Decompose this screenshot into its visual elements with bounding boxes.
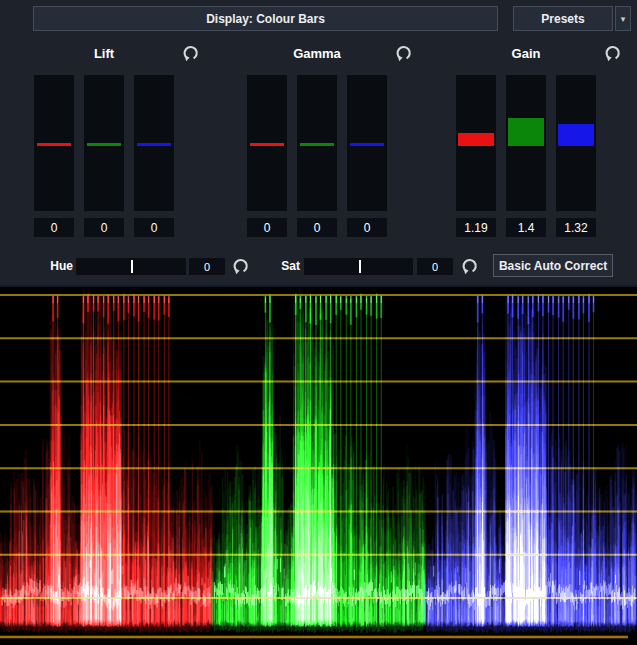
gain-title: Gain — [456, 46, 596, 62]
hue-label: Hue — [40, 259, 73, 273]
lift-red-handle[interactable] — [37, 143, 71, 146]
gain-red-value[interactable]: 1.19 — [456, 218, 496, 237]
gain-green-value[interactable]: 1.4 — [506, 218, 546, 237]
gamma-section: Gamma 0 0 0 — [247, 46, 387, 62]
gain-green-slider[interactable] — [506, 75, 546, 211]
gain-reset-button[interactable] — [604, 44, 622, 62]
gamma-reset-button[interactable] — [395, 44, 413, 62]
gain-green-handle[interactable] — [508, 118, 544, 146]
sat-slider[interactable] — [304, 258, 413, 275]
gain-red-handle[interactable] — [458, 133, 494, 146]
gain-blue-slider[interactable] — [556, 75, 596, 211]
presets-button[interactable]: Presets — [513, 6, 613, 31]
lift-reset-button[interactable] — [182, 44, 200, 62]
gain-section: Gain 1.19 1.4 1.32 — [456, 46, 596, 62]
gamma-title: Gamma — [247, 46, 387, 62]
gamma-red-slider[interactable] — [247, 75, 287, 211]
lift-green-value[interactable]: 0 — [84, 218, 124, 237]
hue-slider-handle[interactable] — [131, 260, 133, 273]
gain-blue-handle[interactable] — [558, 124, 594, 146]
rgb-parade-waveform — [0, 285, 637, 645]
gamma-red-handle[interactable] — [250, 143, 284, 146]
sat-reset-button[interactable] — [461, 257, 479, 275]
sat-value[interactable]: 0 — [417, 258, 453, 275]
gamma-green-value[interactable]: 0 — [297, 218, 337, 237]
controls-panel: Display: Colour Bars Presets ▾ Lift 0 0 … — [0, 0, 637, 285]
reset-icon — [395, 44, 413, 62]
reset-icon — [604, 44, 622, 62]
colour-correction-panel: Display: Colour Bars Presets ▾ Lift 0 0 … — [0, 0, 637, 645]
lift-section: Lift 0 0 0 — [34, 46, 174, 62]
hue-reset-button[interactable] — [232, 257, 250, 275]
gamma-green-slider[interactable] — [297, 75, 337, 211]
presets-dropdown-button[interactable]: ▾ — [615, 6, 631, 31]
sat-label: Sat — [272, 259, 300, 273]
gamma-blue-handle[interactable] — [350, 143, 384, 146]
lift-green-slider[interactable] — [84, 75, 124, 211]
gain-red-slider[interactable] — [456, 75, 496, 211]
basic-auto-correct-button[interactable]: Basic Auto Correct — [493, 254, 613, 277]
gamma-green-handle[interactable] — [300, 143, 334, 146]
lift-blue-slider[interactable] — [134, 75, 174, 211]
lift-red-slider[interactable] — [34, 75, 74, 211]
gamma-red-value[interactable]: 0 — [247, 218, 287, 237]
reset-icon — [182, 44, 200, 62]
hue-value[interactable]: 0 — [189, 258, 225, 275]
gamma-blue-slider[interactable] — [347, 75, 387, 211]
display-mode-button[interactable]: Display: Colour Bars — [33, 6, 498, 31]
lift-green-handle[interactable] — [87, 143, 121, 146]
gain-blue-value[interactable]: 1.32 — [556, 218, 596, 237]
chevron-down-icon: ▾ — [621, 14, 626, 24]
reset-icon — [461, 257, 479, 275]
lift-blue-value[interactable]: 0 — [134, 218, 174, 237]
lift-blue-handle[interactable] — [137, 143, 171, 146]
lift-title: Lift — [34, 46, 174, 62]
reset-icon — [232, 257, 250, 275]
waveform-canvas — [0, 287, 637, 645]
hue-slider[interactable] — [76, 258, 186, 275]
lift-red-value[interactable]: 0 — [34, 218, 74, 237]
gamma-blue-value[interactable]: 0 — [347, 218, 387, 237]
sat-slider-handle[interactable] — [359, 260, 361, 273]
